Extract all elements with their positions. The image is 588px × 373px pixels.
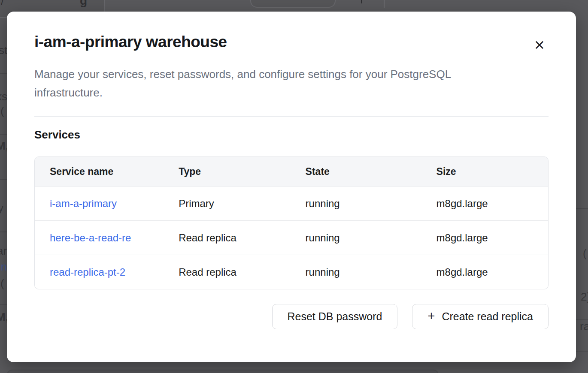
service-state-cell: running	[291, 255, 421, 289]
background-text-fragment: /	[1, 0, 4, 7]
service-link[interactable]: here-be-a-read-re	[50, 232, 131, 244]
service-size-cell: m8gd.large	[421, 186, 548, 220]
background-text-fragment: 2)	[581, 291, 588, 302]
column-header-state: State	[291, 157, 421, 186]
table-header-row: Service name Type State Size	[35, 157, 548, 186]
services-heading: Services	[34, 128, 549, 141]
background-row-line	[0, 179, 7, 180]
background-divider	[384, 0, 385, 8]
background-row-line	[0, 304, 7, 305]
background-text-fragment: ra	[580, 321, 588, 332]
background-link-fragment: in	[0, 261, 7, 272]
service-type-cell: Read replica	[164, 221, 290, 255]
background-text-fragment: ks	[0, 91, 7, 102]
service-type-cell: Primary	[164, 186, 290, 220]
background-tick	[361, 0, 362, 3]
background-text-fragment: (	[0, 278, 4, 289]
close-button[interactable]: ×	[530, 35, 549, 54]
divider	[34, 116, 549, 117]
create-read-replica-label: Create read replica	[442, 310, 533, 323]
table-row: read-replica-pt-2 Read replica running m…	[35, 255, 548, 289]
background-text-fragment: (	[0, 105, 4, 117]
background-row-line	[0, 73, 7, 74]
reset-db-password-button[interactable]: Reset DB password	[272, 304, 398, 329]
service-size-cell: m8gd.large	[421, 221, 548, 255]
service-link[interactable]: read-replica-pt-2	[50, 266, 125, 278]
background-row-line	[576, 208, 588, 209]
warehouse-dialog: × i-am-a-primary warehouse Manage your s…	[7, 12, 576, 362]
column-header-type: Type	[164, 157, 290, 186]
services-table: Service name Type State Size i-am-a-prim…	[34, 156, 549, 289]
background-text-fragment: y	[0, 202, 3, 214]
service-state-cell: running	[291, 221, 421, 255]
service-link[interactable]: i-am-a-primary	[50, 198, 117, 210]
service-name-cell: read-replica-pt-2	[35, 255, 164, 289]
background-text-fragment: ar	[0, 245, 7, 256]
service-state-cell: running	[291, 186, 421, 220]
service-name-cell: here-be-a-read-re	[35, 221, 164, 255]
service-type-cell: Read replica	[164, 255, 290, 289]
dialog-title: i-am-a-primary warehouse	[34, 32, 549, 52]
background-text-fragment: (	[583, 248, 587, 259]
dialog-description: Manage your services, reset passwords, a…	[34, 65, 519, 102]
column-header-service-name: Service name	[35, 157, 164, 186]
dialog-actions: Reset DB password + Create read replica	[34, 304, 549, 329]
background-row-line	[0, 134, 7, 135]
background-button-pill	[250, 0, 336, 8]
close-icon: ×	[534, 38, 546, 51]
background-text-fragment: st	[0, 45, 7, 56]
service-size-cell: m8gd.large	[421, 255, 548, 289]
create-read-replica-button[interactable]: + Create read replica	[412, 304, 549, 329]
table-row: i-am-a-primary Primary running m8gd.larg…	[35, 186, 548, 221]
background-row-line	[576, 351, 588, 352]
table-row: here-be-a-read-re Read replica running m…	[35, 221, 548, 255]
column-header-size: Size	[421, 157, 548, 186]
plus-icon: +	[427, 310, 435, 322]
background-row-line	[0, 232, 7, 232]
background-card-edge	[7, 370, 439, 373]
service-name-cell: i-am-a-primary	[35, 186, 164, 220]
reset-db-password-label: Reset DB password	[288, 310, 382, 323]
background-text-fragment: g	[80, 0, 87, 7]
